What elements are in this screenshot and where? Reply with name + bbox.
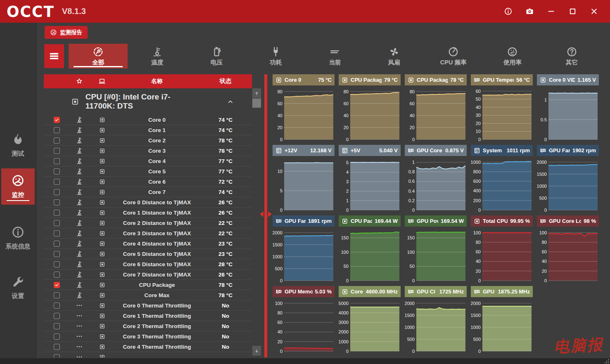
sidebar-item-settings[interactable]: 设置 — [1, 269, 35, 306]
scrollbar-thumb[interactable] — [252, 99, 261, 108]
toolbar-tab-fan[interactable]: 风扇 — [365, 44, 424, 69]
scroll-down-button[interactable] — [252, 346, 261, 356]
screenshot-button[interactable] — [525, 7, 534, 16]
minimize-button[interactable] — [547, 7, 555, 16]
table-row[interactable]: Core 074 °C — [44, 115, 252, 125]
close-button[interactable] — [590, 7, 598, 16]
toolbar-tab-usage[interactable]: 使用率 — [483, 44, 542, 69]
table-row[interactable] — [44, 352, 252, 357]
table-row[interactable]: Core 1 Distance to TjMAX26 °C — [44, 208, 252, 218]
chart-panel-header[interactable]: GPU Memo5.03 % — [273, 286, 335, 297]
chart-panel-header[interactable]: CPU Pac169.44 W — [339, 215, 401, 227]
chart-panel-header[interactable]: GPU Far1902 rpm — [537, 145, 599, 156]
table-row[interactable]: Core 2 Thermal ThrottlingNo — [44, 321, 252, 331]
sidebar-item-monitoring[interactable]: 监控 — [1, 168, 35, 205]
chart-panel-header[interactable]: GPU Core0.875 V — [405, 145, 467, 156]
chart-panel-header[interactable]: Core 0 VID1.165 V — [537, 74, 599, 85]
table-row[interactable]: Core 378 °C — [44, 146, 252, 156]
row-checkbox[interactable] — [54, 323, 60, 329]
table-row[interactable]: Core 774 °C — [44, 187, 252, 197]
row-checkbox[interactable] — [54, 168, 60, 175]
chart-panel-header[interactable]: Core4600.00 MHz — [339, 286, 401, 297]
column-header-status[interactable]: 状态 — [199, 78, 252, 85]
row-checkbox[interactable] — [54, 117, 60, 123]
toolbar-tab-other[interactable]: 其它 — [542, 44, 601, 69]
table-row[interactable]: Core 6 Distance to TjMAX28 °C — [44, 259, 252, 269]
table-row[interactable]: Core Max78 °C — [44, 290, 252, 300]
chart-panel-header[interactable]: CPU Packag79 °C — [339, 74, 401, 85]
toolbar-tab-temperature[interactable]: 温度 — [128, 44, 187, 69]
row-checkbox[interactable] — [54, 179, 60, 185]
row-checkbox[interactable] — [54, 251, 60, 257]
column-header-name[interactable]: 名称 — [115, 78, 199, 85]
table-row[interactable]: Core 3 Thermal ThrottlingNo — [44, 331, 252, 342]
row-checkbox[interactable] — [54, 230, 60, 236]
row-checkbox[interactable] — [54, 148, 60, 154]
chart-panel-header[interactable]: GPU Far1891 rpm — [273, 215, 335, 227]
row-checkbox[interactable] — [54, 354, 60, 358]
table-row[interactable]: Core 0 Thermal ThrottlingNo — [44, 300, 252, 311]
toolbar-tab-cpu-frequency[interactable]: CPU 频率 — [424, 44, 483, 69]
table-row[interactable]: Core 7 Distance to TjMAX26 °C — [44, 269, 252, 280]
chart-panel-header[interactable]: GPU Core Lo98 % — [537, 215, 599, 227]
maximize-button[interactable] — [568, 7, 577, 16]
table-row[interactable]: Core 174 °C — [44, 125, 252, 135]
row-checkbox[interactable] — [54, 303, 60, 309]
row-checkbox[interactable] — [54, 282, 60, 288]
table-row[interactable]: CPU Package78 °C — [44, 280, 252, 290]
panel-splitter[interactable] — [264, 74, 267, 357]
device-laptop-icon[interactable] — [98, 78, 106, 85]
chart-panel-header[interactable]: GPU1875.25 MHz — [471, 286, 533, 297]
menu-button[interactable] — [44, 44, 64, 68]
favorite-star-icon[interactable] — [76, 78, 83, 85]
chart-panel-header[interactable]: GPU Cl1725 MHz — [405, 286, 467, 297]
table-row[interactable]: Core 0 Distance to TjMAX26 °C — [44, 197, 252, 208]
sidebar-item-system-info[interactable]: 系统信息 — [1, 220, 35, 256]
info-button[interactable] — [504, 7, 513, 16]
chart-panel-header[interactable]: GPU Pov169.54 W — [405, 215, 467, 227]
chart-panel-header[interactable]: Core 075 °C — [273, 74, 335, 85]
resize-grip[interactable] — [604, 358, 609, 363]
sidebar-item-test[interactable]: 测试 — [1, 127, 35, 163]
row-checkbox[interactable] — [54, 158, 60, 164]
scroll-up-button[interactable] — [252, 88, 261, 98]
table-row[interactable]: Core 5 Distance to TjMAX23 °C — [44, 249, 252, 259]
sensor-group-header[interactable]: CPU [#0]: Intel Core i7-11700K: DTS — [44, 88, 252, 115]
row-checkbox[interactable] — [54, 261, 60, 267]
tab-monitoring-report[interactable]: 监测报告 — [45, 26, 88, 39]
chevron-up-icon[interactable] — [226, 97, 235, 106]
row-checkbox[interactable] — [54, 313, 60, 319]
toolbar-tab-current[interactable]: 当前 — [305, 44, 364, 69]
table-row[interactable]: Core 577 °C — [44, 166, 252, 177]
table-row[interactable]: Core 4 Thermal ThrottlingNo — [44, 342, 252, 352]
splitter-arrow-right-icon[interactable] — [268, 211, 272, 217]
toolbar-tab-all[interactable]: 全部 — [69, 44, 128, 69]
row-checkbox[interactable] — [54, 272, 60, 278]
chart-panel-header[interactable]: Total CPU99.95 % — [471, 215, 533, 227]
chart-panel-header[interactable]: +12V12.168 V — [273, 145, 335, 156]
table-row[interactable]: Core 672 °C — [44, 177, 252, 187]
chart-panel-header[interactable]: CPU Packag78 °C — [405, 74, 467, 85]
table-row[interactable]: Core 3 Distance to TjMAX22 °C — [44, 228, 252, 239]
row-checkbox[interactable] — [54, 210, 60, 216]
row-checkbox[interactable] — [54, 127, 60, 133]
row-checkbox[interactable] — [54, 292, 60, 298]
row-checkbox[interactable] — [54, 220, 60, 226]
table-row[interactable]: Core 4 Distance to TjMAX23 °C — [44, 239, 252, 249]
chart-panel-header[interactable]: System1011 rpm — [471, 145, 533, 156]
table-row[interactable]: Core 1 Thermal ThrottlingNo — [44, 311, 252, 321]
table-row[interactable]: Core 2 Distance to TjMAX22 °C — [44, 218, 252, 228]
row-checkbox[interactable] — [54, 189, 60, 195]
row-checkbox[interactable] — [54, 199, 60, 206]
table-row[interactable]: Core 477 °C — [44, 156, 252, 166]
splitter-arrow-left-icon[interactable] — [260, 211, 263, 217]
toolbar-tab-power[interactable]: 功耗 — [246, 44, 305, 69]
row-checkbox[interactable] — [54, 333, 60, 340]
chart-panel-header[interactable]: GPU Temper56 °C — [471, 74, 533, 85]
row-checkbox[interactable] — [54, 344, 60, 350]
row-checkbox[interactable] — [54, 241, 60, 247]
row-checkbox[interactable] — [54, 137, 60, 144]
toolbar-tab-voltage[interactable]: 电压 — [187, 44, 246, 69]
chart-panel-header[interactable]: +5V5.040 V — [339, 145, 401, 156]
table-row[interactable]: Core 278 °C — [44, 135, 252, 146]
